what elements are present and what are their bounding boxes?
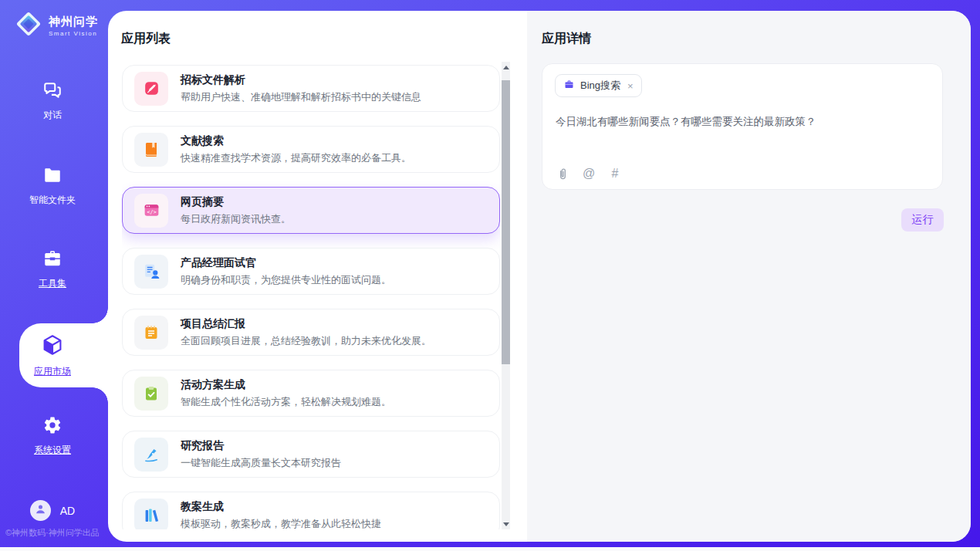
app-card-description: 模板驱动，教案秒成，教学准备从此轻松快捷 <box>181 517 381 530</box>
app-card-description: 快速精准查找学术资源，提高研究效率的必备工具。 <box>181 151 411 165</box>
app-card-description: 一键智能生成高质量长文本研究报告 <box>181 456 341 470</box>
app-card-title: 教案生成 <box>181 500 381 514</box>
sidebar-item-label: 对话 <box>43 109 62 122</box>
sidebar-item-label: 系统设置 <box>34 444 71 457</box>
sidebar-item-chat[interactable]: 对话 <box>0 80 105 122</box>
browser-code-icon: </> <box>134 194 168 228</box>
app-detail-title: 应用详情 <box>542 31 591 47</box>
app-card-title: 研究报告 <box>181 439 341 453</box>
triangle-up-icon <box>503 66 509 69</box>
app-card-pm-interviewer[interactable]: 产品经理面试官明确身份和职责，为您提供专业性的面试问题。 <box>122 248 500 295</box>
briefcase-icon <box>563 79 575 93</box>
scrollbar-down-arrow[interactable] <box>502 519 510 529</box>
cube-icon <box>41 333 64 360</box>
app-card-title: 网页摘要 <box>181 195 291 209</box>
sidebar-item-label: 工具集 <box>39 277 66 290</box>
app-card-title: 文献搜索 <box>181 134 411 148</box>
app-detail-panel: 应用详情 Bing搜索 × 今日湖北有哪些新闻要点？有哪些需要关注的最新政策？ … <box>527 11 971 542</box>
hash-icon[interactable]: # <box>608 167 622 181</box>
app-card-description: 智能生成个性化活动方案，轻松解决规划难题。 <box>181 395 391 409</box>
folder-icon <box>42 165 63 188</box>
app-card-lesson-plan[interactable]: 教案生成模板驱动，教案秒成，教学准备从此轻松快捷 <box>122 492 500 529</box>
app-card-literature[interactable]: 文献搜索快速精准查找学术资源，提高研究效率的必备工具。 <box>122 126 500 173</box>
app-card-description: 全面回顾项目进展，总结经验教训，助力未来优化发展。 <box>181 334 431 348</box>
doc-edit-icon <box>134 72 168 106</box>
app-window: { "brand": { "name": "神州问学", "subtitle":… <box>0 0 980 551</box>
tool-tag-close-icon[interactable]: × <box>627 80 634 92</box>
sidebar-item-app-market[interactable]: 应用市场 <box>0 333 105 378</box>
tab-scoop-top <box>93 308 108 323</box>
app-card-description: 明确身份和职责，为您提供专业性的面试问题。 <box>181 273 391 287</box>
books-icon <box>134 499 168 530</box>
tool-tag-label: Bing搜索 <box>580 79 620 93</box>
app-card-title: 招标文件解析 <box>181 73 421 87</box>
sidebar-item-label: 应用市场 <box>34 365 71 378</box>
scrollbar-thumb[interactable] <box>502 80 510 364</box>
chat-icon <box>42 80 63 103</box>
user-account[interactable]: AD <box>0 500 105 521</box>
app-list-title: 应用列表 <box>121 31 171 47</box>
app-card-title: 产品经理面试官 <box>181 256 391 270</box>
user-avatar[interactable] <box>30 500 51 521</box>
run-button[interactable]: 运行 <box>901 208 944 232</box>
svg-text:</>: </> <box>147 209 156 215</box>
brand-subtitle: Smart Vision <box>49 30 98 37</box>
query-input[interactable]: 今日湖北有哪些新闻要点？有哪些需要关注的最新政策？ <box>556 115 926 129</box>
app-card-description: 帮助用户快速、准确地理解和解析招标书中的关键信息 <box>181 90 421 104</box>
brand-diamond-icon <box>14 9 43 42</box>
interview-icon <box>134 255 168 289</box>
paperclip-icon[interactable] <box>556 167 569 181</box>
sidebar: 神州问学 Smart Vision 对话智能文件夹工具集应用市场系统设置 AD … <box>0 0 108 551</box>
triangle-down-icon <box>503 522 509 526</box>
at-icon[interactable]: @ <box>582 167 596 181</box>
book-icon <box>134 133 168 167</box>
tool-tag-bing-search[interactable]: Bing搜索 × <box>555 74 642 97</box>
sidebar-item-settings[interactable]: 系统设置 <box>0 415 105 457</box>
user-avatar-icon <box>34 502 47 519</box>
bottom-strip <box>0 547 980 551</box>
app-card-title: 项目总结汇报 <box>181 317 431 331</box>
brand-name: 神州问学 <box>49 15 98 29</box>
sidebar-item-toolset[interactable]: 工具集 <box>0 248 105 290</box>
app-list-scrollbar[interactable] <box>502 62 510 529</box>
app-card-title: 活动方案生成 <box>181 378 391 392</box>
report-notes-icon <box>134 316 168 350</box>
composer-toolbar: @# <box>556 167 622 181</box>
app-card-research-report[interactable]: 研究报告一键智能生成高质量长文本研究报告 <box>122 431 500 478</box>
ink-pen-icon <box>134 438 168 472</box>
copyright-text: ©神州数码·神州问学出品 <box>5 527 108 539</box>
tab-scoop-bottom <box>93 387 108 403</box>
clipboard-check-icon <box>134 377 168 411</box>
app-card-event-plan[interactable]: 活动方案生成智能生成个性化活动方案，轻松解决规划难题。 <box>122 370 500 417</box>
app-card-bid-doc-parse[interactable]: 招标文件解析帮助用户快速、准确地理解和解析招标书中的关键信息 <box>122 65 500 112</box>
app-list: 招标文件解析帮助用户快速、准确地理解和解析招标书中的关键信息文献搜索快速精准查找… <box>122 65 500 529</box>
brand-logo: 神州问学 Smart Vision <box>14 9 98 42</box>
app-card-description: 每日政府新闻资讯快查。 <box>181 212 291 226</box>
user-initials: AD <box>60 505 75 517</box>
prompt-card: Bing搜索 × 今日湖北有哪些新闻要点？有哪些需要关注的最新政策？ @# <box>542 63 943 190</box>
toolbox-icon <box>42 248 63 272</box>
app-card-web-summary[interactable]: </>网页摘要每日政府新闻资讯快查。 <box>122 187 500 234</box>
sidebar-item-label: 智能文件夹 <box>29 194 76 207</box>
main-panel: 应用列表 招标文件解析帮助用户快速、准确地理解和解析招标书中的关键信息文献搜索快… <box>108 11 971 542</box>
scrollbar-up-arrow[interactable] <box>502 62 510 73</box>
gear-icon <box>42 415 63 438</box>
app-card-project-summary[interactable]: 项目总结汇报全面回顾项目进展，总结经验教训，助力未来优化发展。 <box>122 309 500 356</box>
sidebar-item-smart-folder[interactable]: 智能文件夹 <box>0 165 105 207</box>
